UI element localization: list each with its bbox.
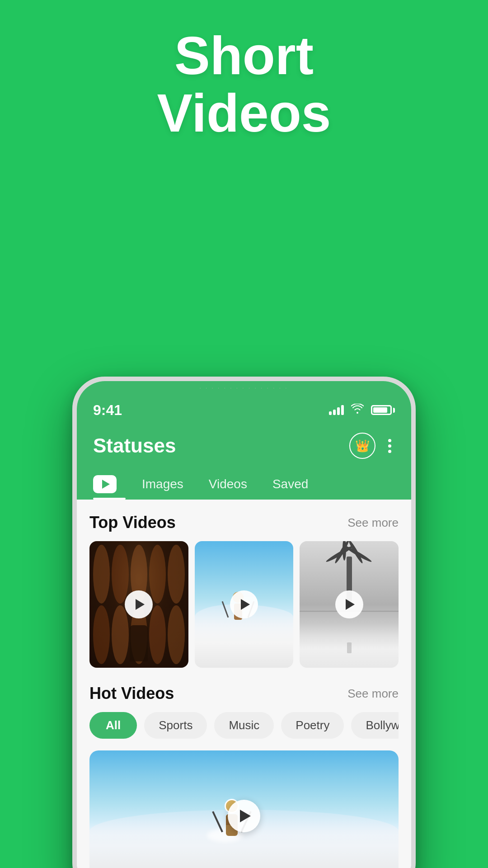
video-card-2[interactable] xyxy=(195,541,294,668)
hot-videos-title: Hot Videos xyxy=(89,684,174,703)
tab-bar: Images Videos Saved xyxy=(93,469,395,500)
content-area: Top Videos See more xyxy=(77,500,411,868)
chip-bollywood[interactable]: Bollywood xyxy=(351,712,399,739)
tab-saved[interactable]: Saved xyxy=(260,470,321,499)
hot-videos-see-more[interactable]: See more xyxy=(347,687,399,701)
hero-title: Short Videos xyxy=(0,0,488,142)
filter-chips: All Sports Music Poetry Bollywood xyxy=(89,712,399,739)
phone-notch: · · · · · · · · · · · · · · · xyxy=(77,381,411,395)
status-icons xyxy=(329,404,395,416)
chip-all[interactable]: All xyxy=(89,712,137,739)
hero-title-line2: Videos xyxy=(157,83,331,143)
more-button[interactable] xyxy=(385,435,395,457)
more-dot-1 xyxy=(388,439,391,442)
chip-poetry[interactable]: Poetry xyxy=(281,712,344,739)
wifi-icon xyxy=(351,404,364,416)
crown-button[interactable]: 👑 xyxy=(349,433,375,459)
status-bar: 9:41 xyxy=(77,395,411,425)
tab-videos[interactable]: Videos xyxy=(196,470,260,499)
top-videos-row xyxy=(89,541,399,668)
crown-icon: 👑 xyxy=(355,439,370,453)
hero-title-line1: Short xyxy=(174,26,314,85)
battery-icon xyxy=(371,405,395,415)
video-card-1[interactable] xyxy=(89,541,188,668)
signal-bar-1 xyxy=(329,411,332,415)
play-button-1[interactable] xyxy=(125,590,153,618)
signal-bar-3 xyxy=(337,407,340,415)
phone-frame: · · · · · · · · · · · · · · · 9:41 xyxy=(72,377,416,868)
top-videos-see-more[interactable]: See more xyxy=(347,516,399,530)
chip-music[interactable]: Music xyxy=(214,712,274,739)
signal-bar-4 xyxy=(341,405,344,415)
hot-videos-section: Hot Videos See more All Sports Music xyxy=(89,684,399,868)
play-button-3[interactable] xyxy=(335,590,363,618)
status-time: 9:41 xyxy=(93,402,122,419)
signal-icon xyxy=(329,405,344,415)
app-header: Statuses 👑 xyxy=(77,425,411,500)
signal-bar-2 xyxy=(333,410,336,415)
video-card-3[interactable] xyxy=(300,541,399,668)
notch-dots: · · · · · · · · · · · · · · · xyxy=(200,386,289,391)
tab-play[interactable] xyxy=(93,469,126,500)
app-title: Statuses xyxy=(93,434,176,457)
top-videos-header: Top Videos See more xyxy=(89,513,399,532)
more-dot-2 xyxy=(388,444,391,448)
hot-videos-header: Hot Videos See more xyxy=(89,684,399,703)
chip-sports[interactable]: Sports xyxy=(144,712,207,739)
more-dot-3 xyxy=(388,450,391,453)
tab-images[interactable]: Images xyxy=(129,470,196,499)
top-videos-section: Top Videos See more xyxy=(89,513,399,668)
play-button-2[interactable] xyxy=(230,590,258,618)
featured-play-button[interactable] xyxy=(228,800,260,832)
featured-video[interactable] xyxy=(89,750,399,868)
top-videos-title: Top Videos xyxy=(89,513,176,532)
